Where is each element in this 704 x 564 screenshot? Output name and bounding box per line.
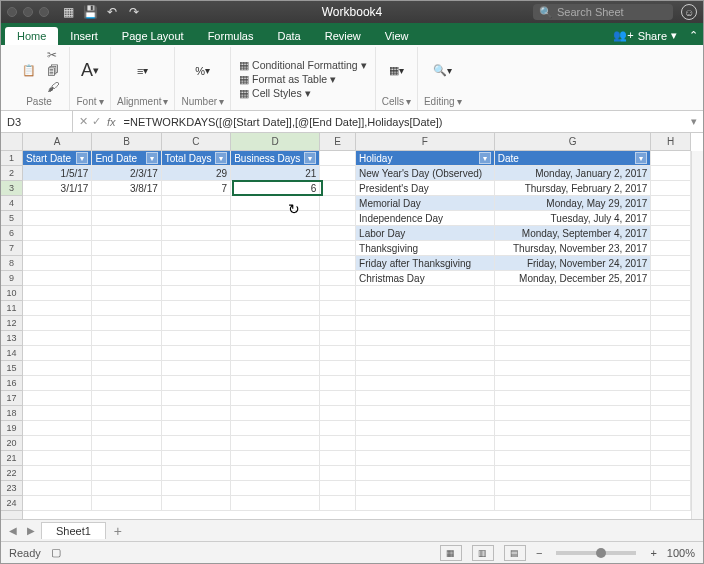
cell[interactable] <box>231 421 320 436</box>
cell[interactable]: 1/5/17 <box>23 166 92 181</box>
window-zoom-icon[interactable] <box>39 7 49 17</box>
cell[interactable] <box>320 286 356 301</box>
group-cells-label[interactable]: Cells▾ <box>382 94 411 110</box>
select-all-corner[interactable] <box>1 133 23 151</box>
cell[interactable] <box>320 271 356 286</box>
cancel-formula-icon[interactable]: ✕ <box>79 115 88 128</box>
add-sheet-button[interactable]: + <box>108 523 128 539</box>
cell[interactable] <box>92 301 161 316</box>
col-header-A[interactable]: A <box>23 133 92 150</box>
cell[interactable] <box>495 406 652 421</box>
tab-review[interactable]: Review <box>313 27 373 45</box>
cell[interactable]: Monday, December 25, 2017 <box>495 271 652 286</box>
cell[interactable] <box>162 226 231 241</box>
cell[interactable] <box>356 361 495 376</box>
cell[interactable] <box>495 331 652 346</box>
cell[interactable]: Start Date▾ <box>23 151 92 166</box>
cell[interactable] <box>92 406 161 421</box>
cell[interactable] <box>23 271 92 286</box>
cell[interactable] <box>231 436 320 451</box>
cell[interactable] <box>23 196 92 211</box>
cell[interactable] <box>320 301 356 316</box>
cell[interactable]: 29 <box>162 166 231 181</box>
cell[interactable] <box>651 271 691 286</box>
cell[interactable] <box>320 226 356 241</box>
cell[interactable] <box>495 496 652 511</box>
cell[interactable] <box>162 271 231 286</box>
row-header-16[interactable]: 16 <box>1 376 22 391</box>
cell[interactable] <box>356 331 495 346</box>
row-header-11[interactable]: 11 <box>1 301 22 316</box>
cell[interactable] <box>92 256 161 271</box>
formula-input[interactable]: =NETWORKDAYS([@[Start Date]],[@[End Date… <box>120 116 685 128</box>
row-header-1[interactable]: 1 <box>1 151 22 166</box>
cell[interactable] <box>162 346 231 361</box>
cell[interactable] <box>651 451 691 466</box>
cell[interactable] <box>651 346 691 361</box>
editing-icon[interactable]: 🔍▾ <box>429 57 457 85</box>
cell[interactable] <box>92 286 161 301</box>
cell[interactable]: Holiday▾ <box>356 151 495 166</box>
view-normal-button[interactable]: ▦ <box>440 545 462 561</box>
zoom-slider[interactable] <box>556 551 636 555</box>
row-header-18[interactable]: 18 <box>1 406 22 421</box>
format-as-table-button[interactable]: ▦Format as Table▾ <box>237 72 338 86</box>
row-header-10[interactable]: 10 <box>1 286 22 301</box>
row-header-6[interactable]: 6 <box>1 226 22 241</box>
row-header-22[interactable]: 22 <box>1 466 22 481</box>
name-box[interactable]: D3 <box>1 111 73 132</box>
cell[interactable] <box>23 256 92 271</box>
cell[interactable] <box>651 481 691 496</box>
macro-record-icon[interactable]: ▢ <box>51 546 61 559</box>
cell[interactable] <box>651 151 691 166</box>
cell[interactable] <box>231 481 320 496</box>
row-header-24[interactable]: 24 <box>1 496 22 511</box>
cell[interactable] <box>356 316 495 331</box>
cell[interactable]: Independence Day <box>356 211 495 226</box>
cell[interactable] <box>320 361 356 376</box>
cell[interactable]: New Year's Day (Observed) <box>356 166 495 181</box>
filter-dropdown-icon[interactable]: ▾ <box>635 152 647 164</box>
tab-data[interactable]: Data <box>265 27 312 45</box>
cell[interactable] <box>23 481 92 496</box>
cell[interactable] <box>356 451 495 466</box>
cell[interactable] <box>162 406 231 421</box>
cell[interactable]: End Date▾ <box>92 151 161 166</box>
cell[interactable] <box>356 301 495 316</box>
cell[interactable] <box>23 406 92 421</box>
filter-dropdown-icon[interactable]: ▾ <box>76 152 88 164</box>
cell[interactable] <box>231 226 320 241</box>
autosave-icon[interactable]: ▦ <box>61 5 75 19</box>
cell[interactable] <box>231 316 320 331</box>
cell[interactable]: President's Day <box>356 181 495 196</box>
cell[interactable] <box>92 496 161 511</box>
filter-dropdown-icon[interactable]: ▾ <box>479 152 491 164</box>
cell[interactable] <box>356 466 495 481</box>
cell[interactable] <box>23 466 92 481</box>
cell[interactable]: Memorial Day <box>356 196 495 211</box>
row-header-5[interactable]: 5 <box>1 211 22 226</box>
undo-icon[interactable]: ↶ <box>105 5 119 19</box>
cell[interactable] <box>356 391 495 406</box>
cell[interactable] <box>356 421 495 436</box>
cell[interactable]: Monday, September 4, 2017 <box>495 226 652 241</box>
cell[interactable] <box>231 466 320 481</box>
cell[interactable] <box>651 376 691 391</box>
cell[interactable]: Labor Day <box>356 226 495 241</box>
cell[interactable] <box>92 421 161 436</box>
cell[interactable] <box>651 436 691 451</box>
sheet-tab-1[interactable]: Sheet1 <box>41 522 106 539</box>
cell[interactable]: 2/3/17 <box>92 166 161 181</box>
cell[interactable] <box>320 241 356 256</box>
cell[interactable] <box>320 406 356 421</box>
cell[interactable] <box>231 406 320 421</box>
cell[interactable] <box>92 211 161 226</box>
cell[interactable] <box>162 361 231 376</box>
cell[interactable]: Date▾ <box>495 151 652 166</box>
format-painter-icon[interactable]: 🖌 <box>47 80 63 94</box>
cell[interactable] <box>356 346 495 361</box>
cell[interactable] <box>651 406 691 421</box>
cell[interactable] <box>231 271 320 286</box>
collapse-ribbon-button[interactable]: ⌃ <box>689 25 703 45</box>
col-header-G[interactable]: G <box>495 133 652 150</box>
